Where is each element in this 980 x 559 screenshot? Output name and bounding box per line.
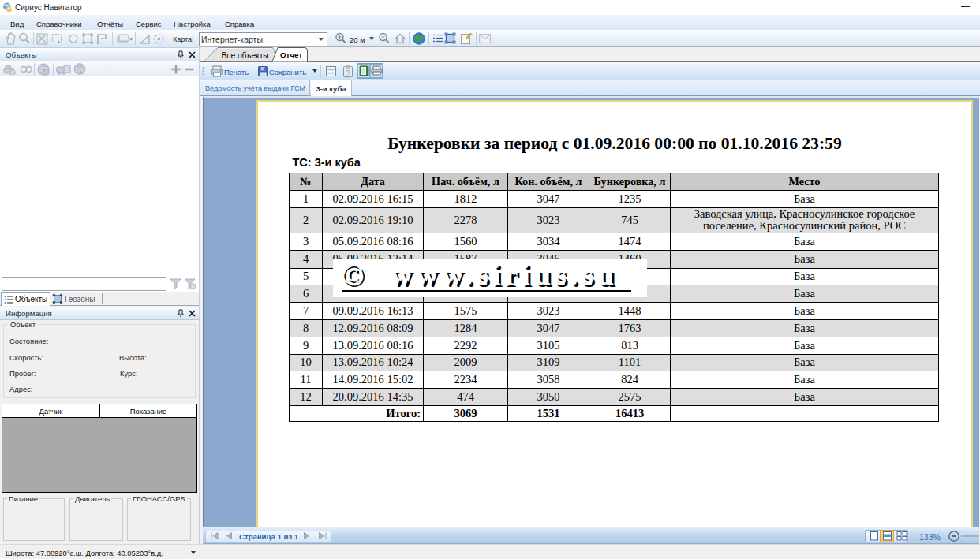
svg-text:?: ? [346, 69, 350, 76]
